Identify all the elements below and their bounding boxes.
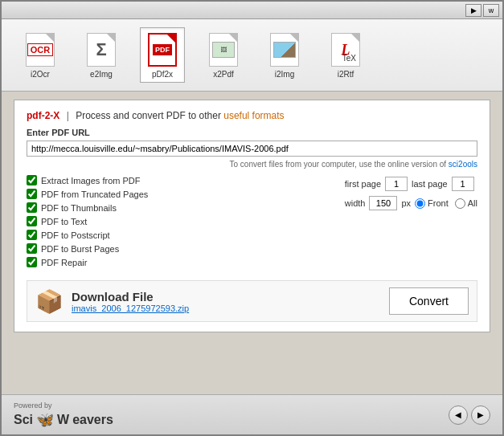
tool-e2img[interactable]: Σ e2Img (79, 27, 124, 83)
burst-pages-checkbox[interactable] (27, 243, 37, 254)
sci-text: Sci (14, 413, 33, 427)
width-input[interactable] (369, 196, 397, 210)
first-page-input[interactable] (385, 177, 408, 191)
download-left: 📦 Download File imavis_2006_1275972593.z… (35, 288, 189, 315)
checkbox-thumbnails: PDF to Thumbnails (27, 202, 329, 213)
convert-button[interactable]: Convert (389, 287, 469, 315)
bottom-bar: Powered by Sci 🦋 W eavers ◀ ▶ (2, 394, 502, 434)
app-name: pdf-2-X (27, 110, 59, 121)
i2img-label: i2Img (275, 70, 294, 79)
i2rtf-icon: L TeX (329, 31, 363, 68)
radio-all: All (455, 198, 477, 209)
all-radio[interactable] (455, 198, 465, 209)
burst-pages-label: PDF to Burst Pages (41, 244, 119, 254)
pdf-repair-label: PDF Repair (41, 258, 87, 267)
main-content-panel: pdf-2-X | Process and convert PDF to oth… (14, 100, 490, 332)
extract-images-label: Extract Images from PDF (41, 176, 140, 185)
checkboxes-group: Extract Images from PDF PDF from Truncat… (27, 175, 329, 271)
e2img-label: e2Img (90, 70, 113, 79)
truncated-pages-label: PDF from Truncated Pages (41, 189, 148, 199)
nav-buttons: ◀ ▶ (449, 405, 490, 425)
checkbox-burst: PDF to Burst Pages (27, 243, 329, 254)
postscript-checkbox[interactable] (27, 230, 37, 240)
pdf-repair-checkbox[interactable] (27, 257, 37, 267)
tool-i2rtf[interactable]: L TeX i2Rtf (323, 27, 368, 83)
powered-by-section: Powered by Sci 🦋 W eavers (14, 401, 113, 429)
butterfly-icon: 🦋 (36, 411, 54, 429)
front-all-radio-group: Front All (415, 198, 477, 209)
checkbox-extract: Extract Images from PDF (27, 175, 329, 185)
hint-text: To convert files from your computer, use… (27, 160, 477, 169)
i2ocr-icon: OCR (23, 31, 57, 68)
first-page-label: first page (345, 179, 381, 189)
url-input[interactable] (27, 141, 477, 157)
last-page-label: last page (412, 179, 448, 189)
main-window: ▶ w OCR i2Ocr Σ e2 (0, 0, 504, 436)
px-label: px (401, 198, 411, 208)
pdf-text-label: PDF to Text (41, 217, 87, 226)
app-title-row: pdf-2-X | Process and convert PDF to oth… (27, 110, 477, 121)
sci-weavers-brand: Sci 🦋 W eavers (14, 411, 113, 429)
front-radio[interactable] (415, 198, 425, 209)
tool-pdf2x[interactable]: PDF pDf2x (140, 27, 185, 83)
i2ocr-label: i2Ocr (31, 70, 50, 79)
download-text: Download File imavis_2006_1275972593.zip (72, 290, 189, 313)
nav-next-button[interactable]: ▶ (471, 405, 490, 425)
x2pdf-label: x2Pdf (213, 70, 234, 79)
truncated-pages-checkbox[interactable] (27, 189, 37, 199)
top-bar: ▶ w (2, 2, 502, 19)
download-title: Download File (72, 290, 189, 304)
pdf-text-checkbox[interactable] (27, 216, 37, 226)
i2img-icon (268, 31, 301, 68)
last-page-input[interactable] (452, 177, 474, 191)
options-section: Extract Images from PDF PDF from Truncat… (27, 175, 477, 271)
checkbox-text: PDF to Text (27, 216, 329, 226)
play-button[interactable]: ▶ (465, 4, 481, 17)
checkbox-truncated: PDF from Truncated Pages (27, 189, 329, 199)
title-separator: | (67, 110, 69, 121)
sci2ools-link[interactable]: sci2ools (449, 160, 477, 169)
checkbox-repair: PDF Repair (27, 257, 329, 267)
useful-text: useful formats (223, 110, 284, 121)
url-label: Enter PDF URL (27, 128, 477, 137)
thumbnails-label: PDF to Thumbnails (41, 203, 117, 213)
tool-i2ocr[interactable]: OCR i2Ocr (18, 27, 63, 83)
width-label: width (345, 198, 366, 208)
download-link[interactable]: imavis_2006_1275972593.zip (72, 304, 189, 313)
all-label: All (468, 198, 477, 208)
front-label: Front (428, 198, 449, 208)
app-description: Process and convert PDF to other (76, 110, 221, 121)
powered-by-label: Powered by (14, 401, 52, 410)
e2img-icon: Σ (84, 31, 118, 68)
w-button[interactable]: w (483, 4, 499, 17)
toolbar: OCR i2Ocr Σ e2Img PDF (2, 19, 502, 92)
width-row: width px Front All (345, 196, 477, 210)
pdf2x-label: pDf2x (152, 70, 173, 79)
radio-front: Front (415, 198, 449, 209)
tool-x2pdf[interactable]: 🖼 x2Pdf (201, 27, 246, 83)
extract-images-checkbox[interactable] (27, 175, 37, 185)
x2pdf-icon: 🖼 (207, 31, 240, 68)
weavers-text: W (57, 413, 69, 427)
nav-prev-button[interactable]: ◀ (449, 405, 468, 425)
eavers-text: eavers (72, 413, 113, 427)
i2rtf-label: i2Rtf (338, 70, 354, 79)
download-icon: 📦 (35, 288, 64, 315)
postscript-label: PDF to Postscript (41, 230, 110, 240)
page-options-group: first page last page width px Front (345, 175, 477, 271)
page-range-row: first page last page (345, 177, 477, 191)
checkbox-postscript: PDF to Postscript (27, 230, 329, 240)
thumbnails-checkbox[interactable] (27, 202, 37, 213)
pdf2x-icon: PDF (145, 31, 179, 68)
download-section: 📦 Download File imavis_2006_1275972593.z… (27, 280, 477, 322)
tool-i2img[interactable]: i2Img (262, 27, 307, 83)
